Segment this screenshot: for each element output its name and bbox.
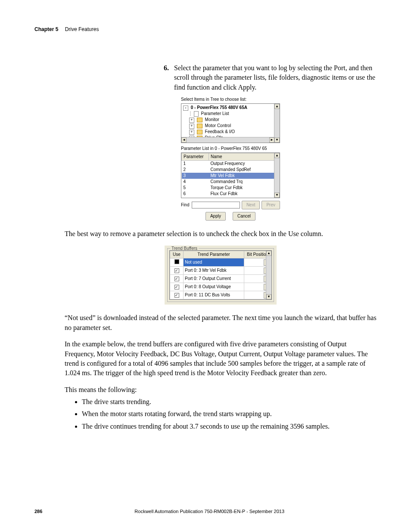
parameter-list-label: Parameter List in 0 - PowerFlex 755 480V… bbox=[181, 146, 280, 152]
parameter-row[interactable]: 7Output Current bbox=[182, 197, 280, 198]
col-use[interactable]: Use bbox=[170, 251, 184, 258]
trend-param-cell: Port 0: 3 Mtr Vel Fdbk bbox=[184, 267, 244, 275]
vertical-scrollbar[interactable]: ▲ ▼ bbox=[274, 153, 280, 198]
page-header: Chapter 5 Drive Features bbox=[34, 26, 377, 33]
tree-root-label: 0 - PowerFlex 755 480V 65A bbox=[191, 105, 247, 110]
parameter-header-row: Parameter Name bbox=[182, 153, 280, 160]
tree-item-label: Motor Control bbox=[205, 123, 231, 128]
trend-param-cell: Port 0: 8 Output Voltage bbox=[184, 283, 244, 291]
bullet-list: The drive starts trending. When the moto… bbox=[82, 397, 377, 431]
trend-row[interactable]: ✓ Port 0: 3 Mtr Vel Fdbk ▼ bbox=[170, 267, 271, 275]
col-name[interactable]: Name bbox=[209, 153, 280, 160]
tree-item[interactable]: + Feedback & I/O bbox=[189, 129, 278, 135]
not-used-paragraph: “Not used” is downloaded instead of the … bbox=[65, 313, 377, 333]
chapter-title: Drive Features bbox=[65, 26, 99, 32]
trend-header-row: Use Trend Parameter Bit Position bbox=[170, 251, 271, 258]
parameter-row[interactable]: 2Commanded SpdRef bbox=[182, 167, 280, 173]
trend-table: Use Trend Parameter Bit Position Not use… bbox=[169, 250, 272, 300]
trend-param-cell: Port 0: 7 Output Current bbox=[184, 275, 244, 283]
trend-param-cell: Not used bbox=[184, 258, 244, 267]
scroll-down-icon[interactable]: ▼ bbox=[274, 193, 280, 198]
tree-item[interactable]: + Motor Control bbox=[189, 123, 278, 129]
find-row: Find Next Prev bbox=[181, 201, 280, 209]
cancel-button[interactable]: Cancel bbox=[233, 212, 255, 221]
page-footer: 286 Rockwell Automation Publication 750-… bbox=[34, 508, 377, 515]
col-trend-parameter[interactable]: Trend Parameter bbox=[184, 251, 244, 258]
use-checkbox[interactable]: ✓ bbox=[174, 277, 179, 281]
trend-buffers-fieldset: Trend Buffers Use Trend Parameter Bit Po… bbox=[167, 248, 274, 302]
parameter-row[interactable]: 5Torque Cur Fdbk bbox=[182, 185, 280, 191]
list-item: The drive continues trending for about 3… bbox=[82, 422, 377, 431]
example-paragraph: In the example below, the trend buffers … bbox=[65, 339, 377, 378]
tree-item-label: Feedback & I/O bbox=[205, 129, 235, 134]
scroll-down-icon[interactable]: ▼ bbox=[274, 137, 280, 143]
list-item: When the motor starts rotating forward, … bbox=[82, 409, 377, 419]
scroll-right-icon[interactable]: ► bbox=[269, 137, 274, 143]
find-input[interactable] bbox=[192, 202, 240, 208]
folder-icon bbox=[197, 130, 202, 134]
folder-icon bbox=[197, 118, 202, 122]
document-icon bbox=[194, 111, 199, 117]
this-means-paragraph: This means the following: bbox=[65, 385, 377, 395]
parameter-table: Parameter Name 1Output Frequency 2Comman… bbox=[181, 153, 280, 198]
tree-item[interactable]: ┊ Parameter List bbox=[189, 111, 278, 117]
scroll-down-icon[interactable]: ▼ bbox=[266, 294, 271, 299]
expand-icon[interactable]: + bbox=[189, 118, 194, 123]
expand-icon[interactable]: + bbox=[189, 124, 194, 129]
select-parameter-dialog: Select Items in Tree to choose list: - 0… bbox=[181, 96, 280, 221]
tree-item-label: Monitor bbox=[205, 117, 219, 122]
use-checkbox[interactable]: ✓ bbox=[174, 293, 179, 298]
parameter-listbox[interactable]: Parameter Name 1Output Frequency 2Comman… bbox=[181, 152, 280, 198]
scroll-up-icon[interactable]: ▲ bbox=[274, 153, 280, 158]
tree-item[interactable]: + Monitor bbox=[189, 117, 278, 123]
parameter-row[interactable]: 1Output Frequency bbox=[182, 160, 280, 167]
page: Chapter 5 Drive Features 6. Select the p… bbox=[0, 0, 411, 532]
page-number: 286 bbox=[34, 508, 42, 515]
use-checkbox[interactable]: ✓ bbox=[174, 285, 179, 289]
parameter-row[interactable]: 4Commanded Trq bbox=[182, 179, 280, 185]
trend-param-cell: Port 0: 11 DC Bus Volts bbox=[184, 291, 244, 299]
parameter-row[interactable]: 6Flux Cur Fdbk bbox=[182, 191, 280, 197]
prev-button[interactable]: Prev bbox=[262, 201, 280, 209]
tree-content: - 0 - PowerFlex 755 480V 65A ┊ Parameter… bbox=[181, 104, 280, 142]
step-text: Select the parameter that you want to lo… bbox=[174, 63, 377, 92]
step-6: 6. Select the parameter that you want to… bbox=[164, 63, 377, 92]
trend-buffers-panel: Trend Buffers Use Trend Parameter Bit Po… bbox=[165, 246, 277, 305]
scroll-left-icon[interactable]: ◄ bbox=[181, 137, 187, 143]
horizontal-scrollbar[interactable]: ◄ ► bbox=[181, 137, 274, 143]
step-number: 6. bbox=[164, 63, 174, 92]
content-column: 6. Select the parameter that you want to… bbox=[164, 63, 377, 221]
next-button[interactable]: Next bbox=[242, 201, 260, 209]
trend-row[interactable]: ✓ Port 0: 8 Output Voltage ▼ bbox=[170, 283, 271, 291]
use-checkbox[interactable] bbox=[174, 259, 179, 264]
col-parameter[interactable]: Parameter bbox=[182, 153, 209, 160]
select-items-label: Select Items in Tree to choose list: bbox=[181, 96, 280, 103]
tree-item-label: Parameter List bbox=[201, 111, 229, 116]
use-checkbox[interactable]: ✓ bbox=[174, 268, 179, 273]
folder-icon bbox=[197, 124, 202, 128]
trend-row[interactable]: Not used ▼ bbox=[170, 258, 271, 267]
trend-row[interactable]: ✓ Port 0: 11 DC Bus Volts ▼ bbox=[170, 291, 271, 299]
list-item: The drive starts trending. bbox=[82, 397, 377, 407]
parameter-row-selected[interactable]: 3Mtr Vel Fdbk bbox=[182, 173, 280, 179]
find-label: Find bbox=[181, 202, 189, 208]
collapse-icon[interactable]: - bbox=[183, 106, 188, 111]
trend-row[interactable]: ✓ Port 0: 7 Output Current ▼ bbox=[170, 275, 271, 283]
tree-view[interactable]: - 0 - PowerFlex 755 480V 65A ┊ Parameter… bbox=[181, 103, 280, 143]
dialog-button-row: Apply Cancel bbox=[181, 212, 280, 221]
expand-icon[interactable]: + bbox=[189, 130, 194, 135]
best-way-paragraph: The best way to remove a parameter selec… bbox=[65, 229, 377, 239]
chapter-label: Chapter 5 bbox=[34, 26, 58, 32]
vertical-scrollbar[interactable]: ▲ ▼ bbox=[274, 104, 280, 143]
scroll-up-icon[interactable]: ▲ bbox=[274, 104, 280, 109]
apply-button[interactable]: Apply bbox=[206, 212, 226, 221]
vertical-scrollbar[interactable]: ▲ ▼ bbox=[266, 251, 271, 299]
tree-root[interactable]: - 0 - PowerFlex 755 480V 65A bbox=[183, 105, 278, 111]
scroll-up-icon[interactable]: ▲ bbox=[266, 251, 271, 256]
publication-id: Rockwell Automation Publication 750-RM00… bbox=[42, 508, 377, 515]
